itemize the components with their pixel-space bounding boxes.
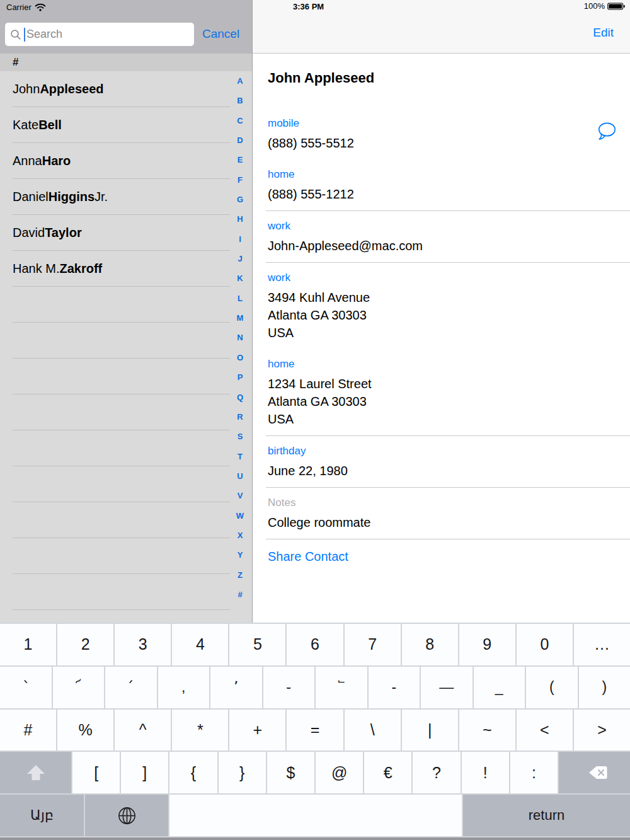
index-letter-n[interactable]: N: [237, 333, 243, 342]
keyboard-key[interactable]: —: [421, 667, 472, 708]
message-bubble-icon[interactable]: [597, 122, 616, 142]
field-value[interactable]: (888) 555-1212: [268, 185, 630, 203]
field-value[interactable]: June 22, 1980: [268, 462, 630, 480]
keyboard-key[interactable]: #: [0, 710, 56, 751]
keyboard-key[interactable]: ֊: [263, 667, 315, 708]
index-letter-l[interactable]: L: [238, 294, 243, 302]
contact-row[interactable]: David Taylor: [0, 215, 252, 251]
index-letter-c[interactable]: C: [237, 117, 243, 125]
key-9[interactable]: 9: [459, 624, 515, 665]
index-letter-e[interactable]: E: [238, 156, 243, 164]
keyboard-key[interactable]: _: [474, 667, 525, 708]
search-field[interactable]: [5, 23, 194, 46]
index-letter-d[interactable]: D: [237, 136, 243, 144]
share-contact-button[interactable]: Share Contact: [268, 549, 630, 564]
globe-key[interactable]: [85, 795, 168, 836]
keyboard-key[interactable]: ՟: [316, 667, 367, 708]
key-6[interactable]: 6: [287, 624, 343, 665]
contact-row[interactable]: Anna Haro: [0, 143, 252, 179]
keyboard-key[interactable]: ]: [121, 752, 168, 793]
keyboard-key[interactable]: +: [229, 710, 285, 751]
edit-button[interactable]: Edit: [593, 26, 614, 40]
space-key[interactable]: [169, 795, 462, 836]
index-letter-u[interactable]: U: [237, 472, 243, 480]
key-2[interactable]: 2: [57, 624, 113, 665]
key-5[interactable]: 5: [229, 624, 285, 665]
key-0[interactable]: 0: [517, 624, 573, 665]
keyboard-key[interactable]: ^: [115, 710, 171, 751]
keyboard-key[interactable]: ): [579, 667, 630, 708]
keyboard-key[interactable]: \: [345, 710, 401, 751]
keyboard-key[interactable]: |: [402, 710, 458, 751]
field-value[interactable]: Atlanta GA 30303: [268, 393, 630, 410]
key-1[interactable]: 1: [0, 624, 56, 665]
field-value[interactable]: Atlanta GA 30303: [268, 306, 630, 324]
keyboard-key[interactable]: ?: [413, 752, 460, 793]
index-letter-i[interactable]: I: [239, 235, 241, 243]
index-letter-t[interactable]: T: [238, 452, 243, 461]
keyboard-key[interactable]: ՝: [0, 667, 52, 708]
contact-row[interactable]: Hank M. Zakroff: [0, 251, 252, 287]
index-letter-f[interactable]: F: [238, 176, 243, 184]
field-value[interactable]: 1234 Laurel Street: [268, 375, 630, 393]
keyboard-key[interactable]: ,: [158, 667, 210, 708]
index-letter-x[interactable]: X: [238, 531, 243, 539]
field-value[interactable]: (888) 555-5512: [268, 134, 630, 152]
keyboard-key[interactable]: -: [369, 667, 420, 708]
search-input[interactable]: [25, 28, 189, 41]
contact-row[interactable]: Daniel Higgins Jr.: [0, 179, 252, 215]
index-letter-h[interactable]: H: [237, 215, 243, 223]
index-letter-y[interactable]: Y: [238, 551, 243, 559]
field-value[interactable]: USA: [268, 324, 630, 342]
field-value[interactable]: USA: [268, 410, 630, 428]
keyboard-key[interactable]: {: [169, 752, 217, 793]
index-letter-p[interactable]: P: [238, 373, 243, 381]
keyboard-key[interactable]: =: [287, 710, 343, 751]
key-4[interactable]: 4: [172, 624, 228, 665]
contact-row[interactable]: Kate Bell: [0, 107, 252, 143]
backspace-key[interactable]: [559, 752, 630, 793]
keyboard-key[interactable]: *: [172, 710, 228, 751]
keyboard-key[interactable]: >: [574, 710, 630, 751]
key-8[interactable]: 8: [402, 624, 458, 665]
keyboard-key[interactable]: :: [510, 752, 558, 793]
keyboard-key[interactable]: }: [219, 752, 266, 793]
field-value[interactable]: John-Appleseed@mac.com: [268, 237, 630, 255]
keyboard-key[interactable]: ՚: [210, 667, 262, 708]
field-value[interactable]: College roommate: [268, 514, 630, 531]
index-letter-b[interactable]: B: [237, 96, 243, 105]
keyboard-key[interactable]: ՜: [53, 667, 105, 708]
index-letter-o[interactable]: O: [237, 354, 243, 362]
index-letter-g[interactable]: G: [237, 195, 243, 204]
abc-key[interactable]: Այբ: [0, 795, 84, 836]
keyboard-key[interactable]: @: [316, 752, 363, 793]
index-letter-m[interactable]: M: [237, 314, 244, 322]
keyboard-key[interactable]: $: [267, 752, 314, 793]
index-letter-q[interactable]: Q: [237, 393, 243, 401]
keyboard-key[interactable]: €: [364, 752, 411, 793]
key-ellipsis[interactable]: …: [574, 624, 630, 665]
key-7[interactable]: 7: [345, 624, 401, 665]
field-value[interactable]: 3494 Kuhl Avenue: [268, 289, 630, 306]
keyboard-key[interactable]: (: [526, 667, 578, 708]
index-letter-r[interactable]: R: [237, 413, 243, 421]
cancel-button[interactable]: Cancel: [202, 27, 239, 41]
index-letter-w[interactable]: W: [236, 512, 244, 520]
return-key[interactable]: return: [463, 795, 630, 836]
index-letter-j[interactable]: J: [238, 255, 242, 263]
index-letter-a[interactable]: A: [237, 77, 243, 85]
shift-key[interactable]: [0, 752, 71, 793]
index-letter-z[interactable]: Z: [238, 571, 243, 579]
index-letter-v[interactable]: V: [238, 492, 243, 500]
index-letter-hash[interactable]: #: [238, 590, 242, 599]
keyboard-key[interactable]: <: [517, 710, 573, 751]
index-letter-s[interactable]: S: [238, 432, 243, 440]
contact-row[interactable]: John Appleseed: [0, 71, 252, 107]
keyboard-key[interactable]: !: [462, 752, 509, 793]
key-3[interactable]: 3: [115, 624, 171, 665]
keyboard-key[interactable]: [: [72, 752, 120, 793]
keyboard-key[interactable]: ~: [459, 710, 515, 751]
index-letter-k[interactable]: K: [237, 274, 243, 282]
keyboard-key[interactable]: %: [57, 710, 113, 751]
keyboard-key[interactable]: ՛: [105, 667, 157, 708]
